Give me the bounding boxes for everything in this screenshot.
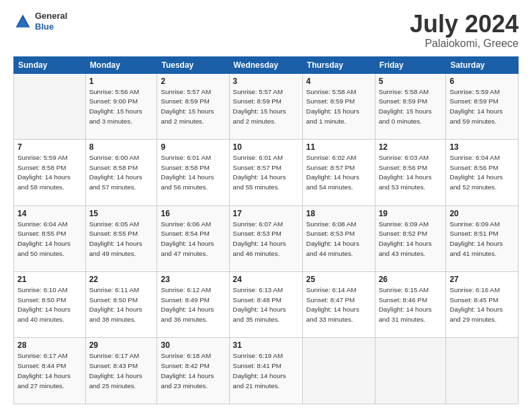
day-info: Sunrise: 6:17 AM Sunset: 8:43 PM Dayligh… [89,351,154,391]
day-info: Sunrise: 6:19 AM Sunset: 8:41 PM Dayligh… [233,351,299,391]
day-info: Sunrise: 6:11 AM Sunset: 8:50 PM Dayligh… [89,285,154,325]
calendar-cell: 30Sunrise: 6:18 AM Sunset: 8:42 PM Dayli… [157,338,229,404]
day-number: 13 [449,142,515,152]
day-number: 4 [306,77,371,86]
day-number: 29 [89,340,154,350]
calendar-cell [375,338,446,404]
day-number: 5 [379,77,443,86]
col-header-thursday: Thursday [302,56,375,73]
day-info: Sunrise: 5:58 AM Sunset: 8:59 PM Dayligh… [379,87,443,127]
day-info: Sunrise: 6:09 AM Sunset: 8:51 PM Dayligh… [449,220,515,259]
calendar-cell: 27Sunrise: 6:16 AM Sunset: 8:45 PM Dayli… [446,272,519,338]
day-info: Sunrise: 6:18 AM Sunset: 8:42 PM Dayligh… [161,351,225,391]
calendar-cell: 29Sunrise: 6:17 AM Sunset: 8:43 PM Dayli… [85,338,157,404]
day-number: 3 [233,77,299,86]
calendar-cell: 19Sunrise: 6:09 AM Sunset: 8:52 PM Dayli… [375,205,446,271]
calendar-cell: 21Sunrise: 6:10 AM Sunset: 8:50 PM Dayli… [14,272,86,338]
day-info: Sunrise: 6:17 AM Sunset: 8:44 PM Dayligh… [17,351,82,391]
day-info: Sunrise: 5:57 AM Sunset: 8:59 PM Dayligh… [161,87,225,127]
calendar-cell: 20Sunrise: 6:09 AM Sunset: 8:51 PM Dayli… [446,205,519,271]
day-number: 24 [233,275,299,284]
day-info: Sunrise: 5:59 AM Sunset: 8:58 PM Dayligh… [17,153,82,193]
day-info: Sunrise: 6:08 AM Sunset: 8:53 PM Dayligh… [306,220,371,259]
week-row-4: 28Sunrise: 6:17 AM Sunset: 8:44 PM Dayli… [14,338,519,404]
day-info: Sunrise: 6:03 AM Sunset: 8:56 PM Dayligh… [379,153,443,193]
subtitle: Palaiokomi, Greece [410,38,519,50]
calendar-cell: 17Sunrise: 6:07 AM Sunset: 8:53 PM Dayli… [229,205,302,271]
day-info: Sunrise: 6:04 AM Sunset: 8:55 PM Dayligh… [17,220,82,259]
title-block: July 2024 Palaiokomi, Greece [410,11,519,50]
day-info: Sunrise: 6:13 AM Sunset: 8:48 PM Dayligh… [233,285,299,325]
calendar-cell [302,338,375,404]
header: General Blue July 2024 Palaiokomi, Greec… [13,11,519,50]
col-header-friday: Friday [375,56,446,73]
day-number: 17 [233,209,299,218]
day-number: 14 [17,209,82,218]
week-row-3: 21Sunrise: 6:10 AM Sunset: 8:50 PM Dayli… [14,272,519,338]
day-number: 28 [17,340,82,350]
day-number: 2 [161,77,225,86]
day-info: Sunrise: 6:07 AM Sunset: 8:53 PM Dayligh… [233,220,299,259]
col-header-saturday: Saturday [446,56,519,73]
day-number: 9 [161,142,225,152]
page: General Blue July 2024 Palaiokomi, Greec… [0,0,532,411]
calendar-cell: 23Sunrise: 6:12 AM Sunset: 8:49 PM Dayli… [157,272,229,338]
day-info: Sunrise: 6:01 AM Sunset: 8:58 PM Dayligh… [161,153,225,193]
calendar-cell: 8Sunrise: 6:00 AM Sunset: 8:58 PM Daylig… [85,140,157,205]
calendar-cell: 1Sunrise: 5:56 AM Sunset: 9:00 PM Daylig… [85,73,157,139]
day-number: 10 [233,142,299,152]
day-info: Sunrise: 5:58 AM Sunset: 8:59 PM Dayligh… [306,87,371,127]
calendar-cell: 11Sunrise: 6:02 AM Sunset: 8:57 PM Dayli… [302,140,375,205]
calendar-cell: 16Sunrise: 6:06 AM Sunset: 8:54 PM Dayli… [157,205,229,271]
calendar-cell: 14Sunrise: 6:04 AM Sunset: 8:55 PM Dayli… [14,205,86,271]
day-number: 26 [379,275,443,284]
week-row-1: 7Sunrise: 5:59 AM Sunset: 8:58 PM Daylig… [14,140,519,205]
calendar-cell: 10Sunrise: 6:01 AM Sunset: 8:57 PM Dayli… [229,140,302,205]
day-number: 31 [233,340,299,350]
day-number: 27 [449,275,515,284]
calendar-cell [14,73,86,139]
day-number: 1 [89,77,154,86]
col-header-sunday: Sunday [14,56,86,73]
logo-icon [13,12,32,31]
day-info: Sunrise: 6:02 AM Sunset: 8:57 PM Dayligh… [306,153,371,193]
calendar-cell: 9Sunrise: 6:01 AM Sunset: 8:58 PM Daylig… [157,140,229,205]
day-info: Sunrise: 6:12 AM Sunset: 8:49 PM Dayligh… [161,285,225,325]
logo: General Blue [13,11,67,32]
day-info: Sunrise: 6:05 AM Sunset: 8:55 PM Dayligh… [89,220,154,259]
day-number: 15 [89,209,154,218]
day-info: Sunrise: 6:14 AM Sunset: 8:47 PM Dayligh… [306,285,371,325]
day-info: Sunrise: 6:15 AM Sunset: 8:46 PM Dayligh… [379,285,443,325]
day-number: 7 [17,142,82,152]
day-info: Sunrise: 5:56 AM Sunset: 9:00 PM Dayligh… [89,87,154,127]
calendar-cell: 4Sunrise: 5:58 AM Sunset: 8:59 PM Daylig… [302,73,375,139]
calendar-cell [446,338,519,404]
day-number: 12 [379,142,443,152]
day-info: Sunrise: 6:04 AM Sunset: 8:56 PM Dayligh… [449,153,515,193]
week-row-2: 14Sunrise: 6:04 AM Sunset: 8:55 PM Dayli… [14,205,519,271]
calendar-cell: 15Sunrise: 6:05 AM Sunset: 8:55 PM Dayli… [85,205,157,271]
day-info: Sunrise: 6:01 AM Sunset: 8:57 PM Dayligh… [233,153,299,193]
calendar-cell: 31Sunrise: 6:19 AM Sunset: 8:41 PM Dayli… [229,338,302,404]
day-number: 11 [306,142,371,152]
day-number: 18 [306,209,371,218]
day-number: 30 [161,340,225,350]
calendar-cell: 12Sunrise: 6:03 AM Sunset: 8:56 PM Dayli… [375,140,446,205]
main-title: July 2024 [410,11,519,38]
day-number: 20 [449,209,515,218]
col-header-monday: Monday [85,56,157,73]
day-number: 8 [89,142,154,152]
day-info: Sunrise: 5:59 AM Sunset: 8:59 PM Dayligh… [449,87,515,127]
calendar-cell: 13Sunrise: 6:04 AM Sunset: 8:56 PM Dayli… [446,140,519,205]
week-row-0: 1Sunrise: 5:56 AM Sunset: 9:00 PM Daylig… [14,73,519,139]
col-header-wednesday: Wednesday [229,56,302,73]
day-number: 21 [17,275,82,284]
calendar-cell: 25Sunrise: 6:14 AM Sunset: 8:47 PM Dayli… [302,272,375,338]
day-number: 22 [89,275,154,284]
calendar-header-row: SundayMondayTuesdayWednesdayThursdayFrid… [14,56,519,73]
calendar-cell: 18Sunrise: 6:08 AM Sunset: 8:53 PM Dayli… [302,205,375,271]
day-number: 19 [379,209,443,218]
day-info: Sunrise: 6:00 AM Sunset: 8:58 PM Dayligh… [89,153,154,193]
day-number: 6 [449,77,515,86]
calendar-cell: 7Sunrise: 5:59 AM Sunset: 8:58 PM Daylig… [14,140,86,205]
